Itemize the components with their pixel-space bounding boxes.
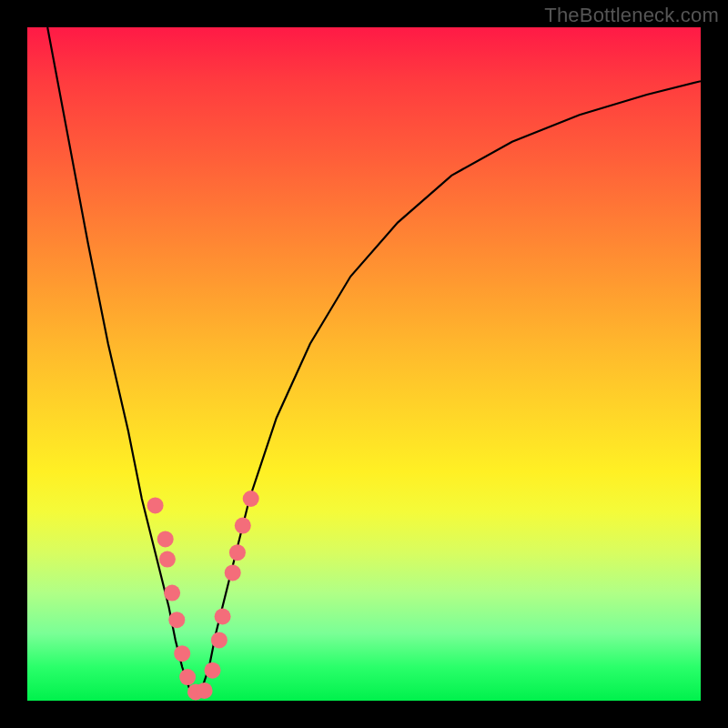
- marker-dot: [235, 518, 251, 534]
- marker-dot: [174, 645, 190, 662]
- watermark-text: TheBottleneck.com: [544, 4, 719, 27]
- marker-dot: [243, 490, 259, 507]
- marker-dot: [229, 544, 246, 561]
- plot-area: [27, 27, 701, 701]
- marker-dot: [205, 662, 221, 679]
- bottleneck-curve: [47, 27, 701, 694]
- curve-svg: [27, 27, 701, 701]
- marker-dot: [157, 531, 174, 547]
- marker-dot: [225, 564, 241, 581]
- marker-dot: [168, 612, 185, 628]
- marker-dot: [159, 551, 176, 568]
- marker-dot: [211, 632, 228, 648]
- marker-dot: [179, 669, 196, 685]
- marker-group: [147, 490, 259, 700]
- marker-dot: [164, 585, 180, 602]
- marker-dot: [215, 609, 231, 625]
- marker-dot: [147, 497, 164, 513]
- marker-dot: [197, 682, 213, 699]
- chart-frame: TheBottleneck.com: [0, 0, 728, 728]
